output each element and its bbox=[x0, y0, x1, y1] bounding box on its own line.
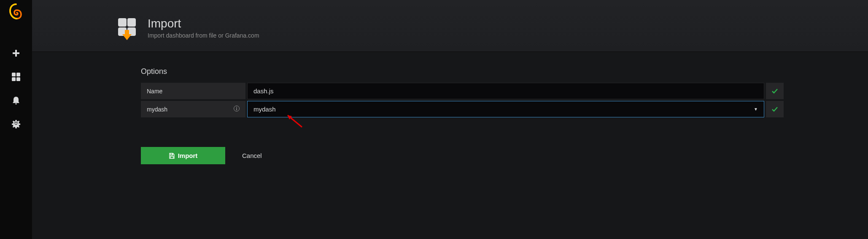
svg-rect-12 bbox=[236, 108, 237, 110]
dashboards-icon[interactable] bbox=[0, 65, 32, 89]
import-page-icon bbox=[116, 17, 137, 38]
svg-rect-2 bbox=[12, 73, 16, 76]
status-check-icon bbox=[766, 101, 784, 117]
name-input[interactable] bbox=[247, 83, 764, 99]
save-icon bbox=[169, 153, 175, 159]
page-title: Import bbox=[148, 17, 259, 30]
svg-rect-4 bbox=[12, 77, 16, 81]
grafana-logo[interactable] bbox=[8, 3, 24, 20]
bell-icon[interactable] bbox=[0, 89, 32, 112]
datasource-select[interactable]: mydash ▼ bbox=[247, 101, 764, 117]
info-icon[interactable] bbox=[234, 106, 240, 113]
svg-point-11 bbox=[236, 107, 237, 108]
form-row-name: Name bbox=[141, 83, 784, 99]
page-subtitle: Import dashboard from file or Grafana.co… bbox=[148, 32, 259, 39]
svg-rect-7 bbox=[127, 18, 136, 27]
svg-rect-3 bbox=[16, 73, 20, 76]
status-check-icon bbox=[766, 83, 784, 99]
label-name: Name bbox=[141, 83, 245, 99]
svg-rect-6 bbox=[118, 18, 127, 27]
page-header: Import Import dashboard from file or Gra… bbox=[32, 0, 868, 52]
chevron-down-icon: ▼ bbox=[748, 107, 764, 111]
import-button[interactable]: Import bbox=[141, 147, 225, 164]
gear-icon[interactable] bbox=[0, 112, 32, 136]
add-icon[interactable] bbox=[0, 41, 32, 65]
svg-rect-1 bbox=[13, 52, 19, 54]
sidebar bbox=[0, 0, 32, 239]
form-actions: Import Cancel bbox=[141, 147, 784, 164]
cancel-button[interactable]: Cancel bbox=[242, 152, 262, 159]
svg-rect-14 bbox=[172, 153, 173, 155]
form-row-datasource: mydash mydash ▼ bbox=[141, 101, 784, 117]
options-heading: Options bbox=[141, 67, 784, 76]
svg-rect-5 bbox=[16, 77, 20, 81]
main-content: Import Import dashboard from file or Gra… bbox=[32, 0, 868, 239]
label-datasource: mydash bbox=[141, 101, 245, 117]
